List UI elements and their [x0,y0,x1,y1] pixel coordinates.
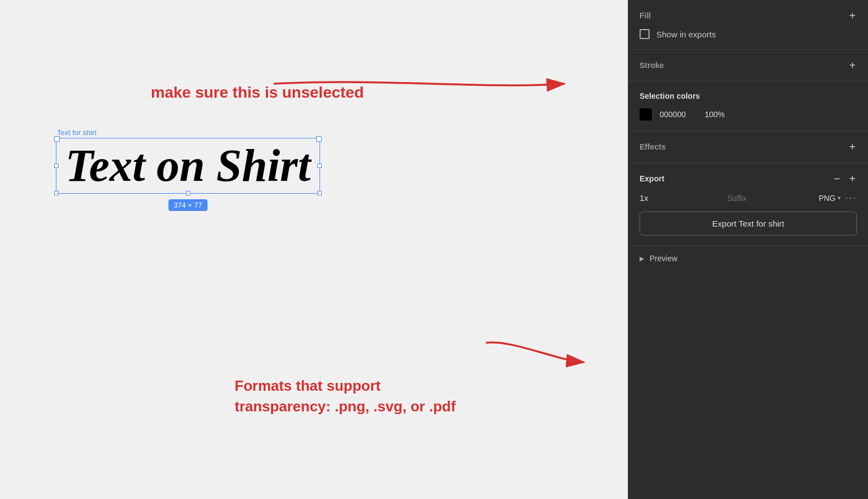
export-add-button[interactable]: + [848,173,857,184]
format-dropdown[interactable]: PNG ▾ [819,194,841,203]
element-label: Text for shirt [57,128,320,137]
preview-section[interactable]: ▶ Preview [628,246,868,271]
stroke-add-button[interactable]: + [848,60,857,71]
show-in-exports-checkbox[interactable] [640,29,650,39]
size-badge: 374 × 77 [168,199,208,211]
export-remove-button[interactable]: − [833,173,842,184]
format-label: PNG [819,194,836,203]
show-exports-row: Show in exports [640,29,857,39]
stroke-section: Stroke + [628,50,868,81]
export-row: 1x PNG ▾ ··· [640,192,857,204]
color-row: 000000 100% [640,108,857,121]
canvas-text-element[interactable]: Text for shirt Text on Shirt 374 × 77 [56,128,320,194]
preview-label: Preview [650,254,678,263]
stroke-title: Stroke [640,61,664,70]
annotation-unselected: make sure this is unselected [151,84,364,102]
fill-section: Fill + Show in exports [628,0,868,50]
handle-bl[interactable] [54,191,59,195]
effects-add-button[interactable]: + [848,141,857,152]
right-panel: Fill + Show in exports Stroke + Selectio… [628,0,868,499]
handle-br[interactable] [317,191,322,195]
canvas-text: Text on Shirt [65,143,311,189]
fill-title: Fill [640,11,651,20]
handle-mr[interactable] [317,164,322,168]
more-options-button[interactable]: ··· [845,192,857,204]
color-hex: 000000 [660,110,686,119]
effects-section: Effects + [628,131,868,163]
color-opacity: 100% [705,110,725,119]
color-swatch[interactable] [640,108,652,121]
fill-add-button[interactable]: + [848,10,857,21]
canvas-area: make sure this is unselected Text for sh… [0,0,628,499]
selection-colors-section: Selection colors 000000 100% [628,81,868,131]
handle-ml[interactable] [54,164,59,168]
export-section: Export − + 1x PNG ▾ ··· Export Text for … [628,163,868,246]
arrow2-svg [480,332,592,376]
annotation-formats: Formats that support transparency: .png,… [235,376,456,416]
export-title: Export [640,174,664,183]
export-button[interactable]: Export Text for shirt [640,212,857,236]
export-scale: 1x [640,193,655,203]
preview-chevron-icon: ▶ [640,255,644,262]
effects-title: Effects [640,142,666,151]
handle-bm[interactable] [186,191,190,195]
selection-box: Text on Shirt 374 × 77 [56,138,320,194]
suffix-input[interactable] [660,194,814,203]
show-exports-label: Show in exports [656,30,716,39]
chevron-down-icon: ▾ [838,195,841,201]
selection-colors-title: Selection colors [640,92,700,100]
